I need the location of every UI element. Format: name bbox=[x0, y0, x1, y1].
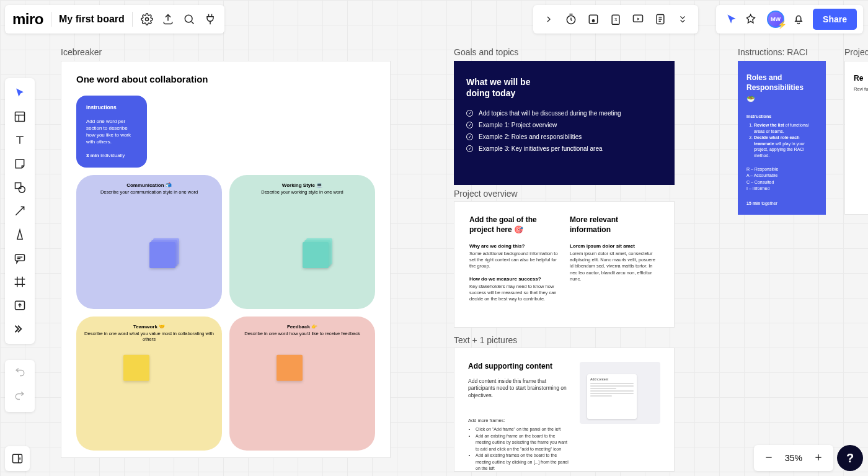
proj-heading: Add the goal of the project here 🎯 bbox=[469, 215, 559, 235]
section-title: Feedback 👉 bbox=[237, 324, 368, 330]
proj2-heading: Re bbox=[854, 74, 868, 83]
section-title: Communication 📬 bbox=[84, 182, 215, 188]
goals-heading: What we will bedoing today bbox=[466, 77, 662, 99]
proj-right: More relevant information Lorem ipsum do… bbox=[570, 215, 659, 313]
section-desc: Describe in one word what you value most… bbox=[84, 331, 215, 342]
instructions-card[interactable]: Instructions Add one word per section to… bbox=[76, 96, 147, 168]
raci-instr-h: Instructions bbox=[746, 114, 817, 119]
proj-q: Lorem ipsum dolor sit amet bbox=[570, 243, 659, 249]
section-feedback[interactable]: Feedback 👉 Describe in one word how you'… bbox=[229, 317, 375, 451]
zoom-level[interactable]: 35% bbox=[785, 453, 802, 463]
raci-steps: Review the list of functional areas or t… bbox=[754, 122, 817, 159]
frame-label-textpic[interactable]: Text + 1 pictures bbox=[454, 335, 517, 345]
frame-label-project[interactable]: Project overview bbox=[454, 189, 518, 199]
instructions-title: Instructions bbox=[86, 104, 137, 112]
check-icon: ✓ bbox=[466, 122, 473, 128]
section-desc: Describe your working style in one word bbox=[237, 189, 368, 195]
textpic-heading: Add supporting content bbox=[468, 362, 571, 372]
frame-label-goals[interactable]: Goals and topics bbox=[454, 47, 518, 57]
canvas[interactable]: Icebreaker One word about collaboration … bbox=[0, 0, 868, 476]
frame-textpic[interactable]: Add supporting content Add content insid… bbox=[454, 348, 675, 472]
proj-q: How do we measure success? bbox=[469, 276, 559, 282]
proj-a: Key stakeholders may need to know how su… bbox=[469, 284, 559, 302]
goals-item[interactable]: ✓Example 1: Project overview bbox=[466, 122, 662, 128]
textpic-more: Add more frames: bbox=[468, 418, 571, 423]
icebreaker-heading: One word about collaboration bbox=[76, 74, 375, 84]
section-desc: Describe in one word how you'd like to r… bbox=[237, 331, 368, 336]
textpic-bullets: Click on "Add frame" on the panel on the… bbox=[476, 426, 571, 472]
section-teamwork[interactable]: Teamwork 🤝 Describe in one word what you… bbox=[76, 317, 222, 451]
textpic-left: Add supporting content Add content insid… bbox=[468, 362, 571, 472]
zoom-in-icon[interactable] bbox=[813, 452, 823, 464]
frame-project2[interactable]: Re Revi funi bbox=[844, 61, 868, 215]
help-button[interactable]: ? bbox=[837, 445, 863, 471]
goals-item[interactable]: ✓Example 2: Roles and responsibilities bbox=[466, 133, 662, 140]
textpic-body: Add content inside this frame that parti… bbox=[468, 378, 571, 399]
frame-raci[interactable]: Roles and Responsibilities 🥗 Instruction… bbox=[738, 61, 826, 215]
zoom-bar: 35% bbox=[754, 445, 833, 471]
check-icon: ✓ bbox=[466, 145, 473, 152]
section-title: Working Style 💻 bbox=[237, 182, 368, 188]
section-communication[interactable]: Communication 📬 Describe your communicat… bbox=[76, 175, 222, 309]
frame-project-overview[interactable]: Add the goal of the project here 🎯 Why a… bbox=[454, 201, 675, 328]
section-workingstyle[interactable]: Working Style 💻 Describe your working st… bbox=[229, 175, 375, 309]
instructions-timing: 3 min individually bbox=[86, 152, 137, 159]
proj-q: Why are we doing this? bbox=[469, 243, 559, 249]
section-title: Teamwork 🤝 bbox=[84, 324, 215, 330]
goals-item[interactable]: ✓Example 3: Key initiatives per function… bbox=[466, 145, 662, 152]
raci-legend: R – Responsible A – Accountable C – Cons… bbox=[746, 166, 817, 192]
sticky[interactable] bbox=[136, 368, 162, 394]
check-icon: ✓ bbox=[466, 110, 473, 117]
raci-emoji: 🥗 bbox=[746, 95, 817, 103]
frame-label-raci[interactable]: Instructions: RACI bbox=[738, 47, 808, 57]
frame-icebreaker[interactable]: One word about collaboration Instruction… bbox=[61, 61, 391, 458]
proj-left: Add the goal of the project here 🎯 Why a… bbox=[469, 215, 559, 313]
goals-item[interactable]: ✓Add topics that will be discussed durin… bbox=[466, 110, 662, 117]
frame-goals[interactable]: What we will bedoing today ✓Add topics t… bbox=[454, 61, 675, 185]
raci-heading: Roles and Responsibilities bbox=[746, 73, 817, 92]
sticky[interactable] bbox=[290, 368, 316, 394]
proj2-body: Revi funi bbox=[854, 86, 868, 92]
frame-label-icebreaker[interactable]: Icebreaker bbox=[61, 47, 102, 57]
section-desc: Describe your communication style in one… bbox=[84, 189, 215, 195]
instructions-body: Add one word per section to describe how… bbox=[86, 118, 137, 146]
proj-heading: More relevant information bbox=[570, 215, 659, 235]
proj-a: Some additional background information t… bbox=[469, 251, 559, 269]
raci-timing: 15 min together bbox=[746, 201, 817, 205]
proj-a: Lorem ipsum dolor sit amet, consectetur … bbox=[570, 251, 659, 282]
frame-label-project2[interactable]: Project bbox=[844, 47, 868, 57]
pic-placeholder[interactable]: Add content bbox=[580, 362, 660, 424]
zoom-out-icon[interactable] bbox=[764, 452, 774, 464]
check-icon: ✓ bbox=[466, 133, 473, 140]
sections-grid: Communication 📬 Describe your communicat… bbox=[76, 175, 375, 451]
